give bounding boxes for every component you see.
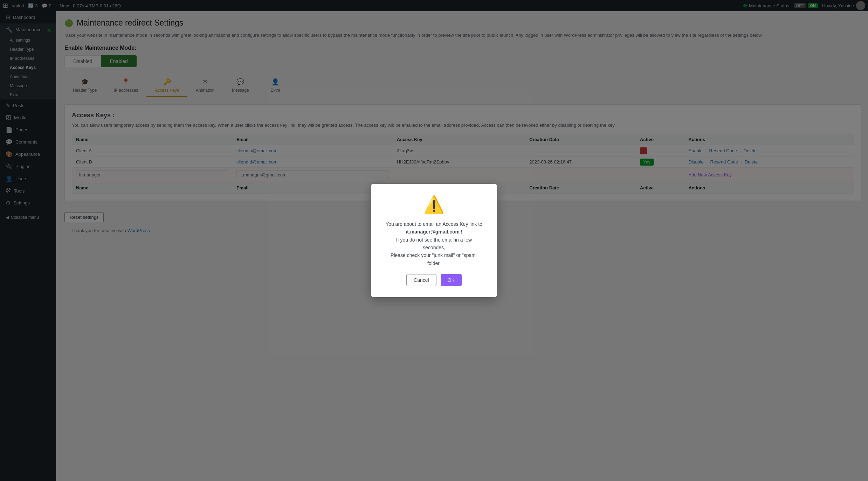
- modal-buttons: Cancel OK: [385, 274, 483, 286]
- modal-email: it.manager@gmail.com: [406, 229, 460, 235]
- modal-warning-icon: ⚠️: [385, 195, 483, 215]
- modal-ok-button[interactable]: OK: [441, 274, 462, 286]
- modal-overlay: ⚠️ You are about to email an Access Key …: [0, 0, 868, 481]
- modal-text: You are about to email an Access Key lin…: [385, 220, 483, 267]
- modal-box: ⚠️ You are about to email an Access Key …: [371, 184, 497, 297]
- modal-cancel-button[interactable]: Cancel: [406, 274, 436, 286]
